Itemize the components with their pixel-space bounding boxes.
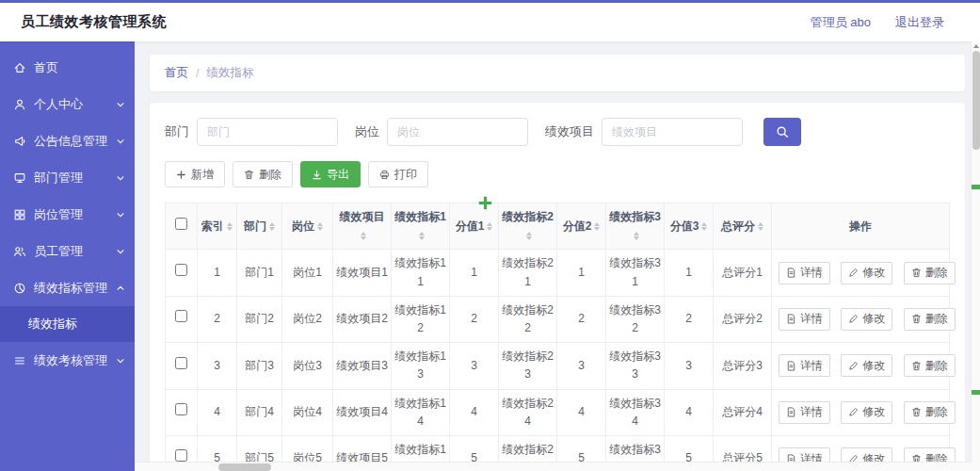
sort-icon[interactable]: [269, 222, 275, 231]
cell-indicator3: 绩效指标32: [606, 296, 665, 342]
sidebar-item-profile[interactable]: 个人中心: [0, 86, 135, 122]
grid-icon: [13, 208, 26, 221]
horizontal-scrollbar[interactable]: [135, 462, 971, 471]
row-checkbox[interactable]: [175, 310, 187, 322]
announcement-icon: [13, 135, 26, 148]
row-checkbox[interactable]: [175, 449, 187, 462]
document-icon: [786, 361, 796, 371]
horizontal-scroll-thumb[interactable]: [218, 463, 271, 471]
row-checkbox[interactable]: [175, 357, 187, 369]
delete-row-button[interactable]: 删除: [904, 308, 956, 331]
edit-button[interactable]: 修改: [841, 262, 892, 284]
sidebar-item-performance-indicators[interactable]: 绩效指标管理: [0, 269, 135, 306]
delete-button[interactable]: 删除: [233, 161, 293, 187]
action-toolbar: 新增 删除 导出 打印: [165, 161, 950, 187]
filter-group-dept: 部门: [165, 118, 338, 146]
checkbox-cell: [166, 389, 198, 435]
sidebar-item-label: 岗位管理: [34, 206, 108, 223]
breadcrumb-home[interactable]: 首页: [165, 65, 188, 81]
header-label: 绩效指标3: [609, 210, 661, 223]
sidebar-item-departments[interactable]: 部门管理: [0, 159, 135, 196]
sort-icon[interactable]: [526, 232, 532, 240]
sidebar-item-performance-assessment[interactable]: 绩效考核管理: [0, 342, 135, 379]
header-user[interactable]: 管理员 abo: [811, 14, 871, 31]
cell-indicator1: 绩效指标11: [392, 250, 450, 296]
trash-icon: [911, 314, 922, 324]
sort-icon[interactable]: [487, 222, 492, 231]
add-button[interactable]: 新增: [165, 161, 225, 187]
select-all-checkbox[interactable]: [175, 218, 187, 230]
sort-icon[interactable]: [634, 232, 639, 240]
sidebar-item-announcements[interactable]: 公告信息管理: [0, 122, 135, 159]
row-checkbox[interactable]: [175, 264, 187, 276]
sort-icon[interactable]: [361, 232, 366, 240]
delete-button-label: 删除: [925, 311, 948, 327]
cell-indicator2: 绩效指标21: [499, 250, 557, 296]
table-header-row: 索引 部门 岗位 绩效项目 绩效指标1 分值1 绩效指标2 分值2 绩效指标3 …: [166, 203, 950, 250]
edit-button-label: 修改: [862, 404, 885, 420]
edit-button[interactable]: 修改: [841, 401, 892, 424]
dept-input[interactable]: [197, 118, 338, 146]
cell-total: 总评分3: [714, 343, 772, 389]
cell-dept: 部门3: [237, 343, 282, 389]
delete-row-button[interactable]: 删除: [904, 354, 956, 377]
edit-button-label: 修改: [862, 358, 885, 374]
printer-icon: [379, 170, 390, 180]
filter-label-project: 绩效项目: [545, 123, 594, 140]
sidebar-item-label: 公告信息管理: [34, 133, 108, 150]
sort-icon[interactable]: [758, 222, 763, 231]
cell-score3: 1: [665, 250, 714, 296]
edit-button[interactable]: 修改: [841, 308, 892, 331]
table-row: 2 部门2 岗位2 绩效项目2 绩效指标12 2 绩效指标22 2 绩效指标32…: [166, 296, 950, 342]
cell-indicator3: 绩效指标31: [606, 250, 665, 296]
detail-button[interactable]: 详情: [779, 354, 830, 377]
header-label: 分值3: [670, 219, 699, 233]
export-button[interactable]: 导出: [300, 161, 361, 187]
delete-row-button[interactable]: 删除: [904, 262, 956, 284]
print-button[interactable]: 打印: [368, 161, 428, 187]
home-icon: [13, 61, 26, 74]
logout-link[interactable]: 退出登录: [895, 14, 944, 31]
detail-button[interactable]: 详情: [779, 262, 830, 284]
detail-button[interactable]: 详情: [779, 308, 830, 331]
trash-icon: [911, 268, 922, 278]
header-label: 绩效项目: [340, 210, 385, 223]
header-total: 总评分: [714, 203, 772, 250]
sort-icon[interactable]: [701, 222, 707, 231]
edit-button[interactable]: 修改: [841, 354, 892, 377]
sort-icon[interactable]: [594, 222, 600, 231]
sidebar-item-positions[interactable]: 岗位管理: [0, 196, 135, 233]
header-post: 岗位: [282, 203, 333, 250]
header-label: 绩效指标2: [502, 210, 554, 223]
delete-button-label: 删除: [925, 358, 948, 374]
sidebar-subitem-performance-indicator[interactable]: 绩效指标: [0, 306, 135, 342]
sidebar-item-label: 绩效考核管理: [34, 352, 108, 369]
document-icon: [786, 268, 796, 278]
post-input[interactable]: [387, 118, 528, 146]
sort-icon[interactable]: [227, 222, 233, 231]
sidebar-item-home[interactable]: 首页: [0, 49, 135, 86]
cell-score1: 4: [450, 389, 499, 435]
sort-icon[interactable]: [419, 232, 425, 240]
filter-bar: 部门 岗位 绩效项目: [165, 118, 950, 146]
cell-dept: 部门4: [237, 389, 282, 435]
header-label: 操作: [849, 219, 872, 233]
header-index: 索引: [198, 203, 237, 250]
cell-score2: 1: [557, 250, 606, 296]
sidebar: 首页 个人中心 公告信息管理 部门管理 岗位管理: [0, 41, 135, 471]
pencil-icon: [848, 407, 859, 417]
search-button[interactable]: [763, 118, 801, 146]
vertical-scrollbar[interactable]: [971, 41, 980, 471]
project-input[interactable]: [602, 118, 743, 146]
delete-row-button[interactable]: 删除: [904, 401, 956, 424]
sort-icon[interactable]: [317, 222, 323, 231]
actions-cell: 详情 修改 删除: [772, 343, 950, 389]
detail-button[interactable]: 详情: [779, 401, 830, 424]
cell-index: 4: [198, 389, 237, 435]
scroll-up-arrow-icon[interactable]: [973, 44, 979, 48]
cell-indicator1: 绩效指标13: [392, 343, 450, 389]
row-checkbox[interactable]: [175, 403, 187, 415]
data-panel: 部门 岗位 绩效项目: [150, 103, 965, 471]
sidebar-item-employees[interactable]: 员工管理: [0, 233, 135, 269]
vertical-scroll-thumb[interactable]: [972, 51, 980, 150]
